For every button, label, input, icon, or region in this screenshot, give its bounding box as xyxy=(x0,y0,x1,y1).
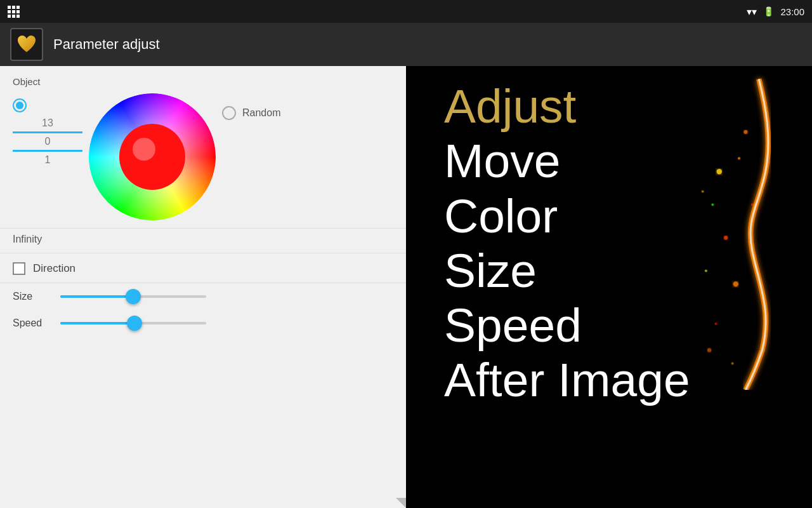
color-wheel-container[interactable] xyxy=(89,93,216,220)
grid-icon xyxy=(8,6,20,18)
size-section: Size xyxy=(0,283,406,310)
svg-point-6 xyxy=(714,323,717,325)
main-content: Object 13 0 1 xyxy=(0,66,812,508)
battery-icon: 🔋 xyxy=(763,6,774,17)
preview-adjust: Adjust xyxy=(444,79,690,133)
svg-point-5 xyxy=(733,281,738,286)
app-bar: Parameter adjust xyxy=(0,23,812,66)
preview-speed: Speed xyxy=(444,298,690,352)
svg-point-7 xyxy=(707,348,711,352)
size-slider[interactable] xyxy=(60,295,206,298)
preview-text: Adjust Move Color Size Speed After Image xyxy=(444,79,690,408)
svg-point-0 xyxy=(743,130,747,134)
app-title: Parameter adjust xyxy=(53,36,160,53)
status-left xyxy=(8,6,20,18)
svg-point-2 xyxy=(711,203,714,206)
direction-label: Direction xyxy=(33,262,75,275)
speed-label: Speed xyxy=(13,318,48,329)
direction-section[interactable]: Direction xyxy=(0,253,406,283)
object-label: Object xyxy=(13,76,393,87)
scroll-indicator xyxy=(396,498,406,508)
svg-point-4 xyxy=(705,269,707,272)
slider-track-2[interactable] xyxy=(13,150,82,152)
speed-section: Speed xyxy=(0,310,406,337)
slider-track-1[interactable] xyxy=(13,131,82,133)
svg-point-3 xyxy=(724,236,728,239)
app-icon xyxy=(10,28,43,61)
preview-move: Move xyxy=(444,133,690,188)
svg-point-9 xyxy=(751,203,754,206)
size-label: Size xyxy=(13,291,48,302)
controls-sliders: 13 0 1 xyxy=(13,117,82,166)
radio-selected[interactable] xyxy=(13,98,27,112)
speed-slider-thumb[interactable] xyxy=(127,316,142,331)
svg-point-11 xyxy=(738,157,740,159)
preview-size: Size xyxy=(444,243,690,298)
fire-trail xyxy=(691,72,787,390)
value-0: 0 xyxy=(13,136,82,147)
svg-point-10 xyxy=(702,190,704,192)
infinity-text: Infinity xyxy=(13,234,42,244)
random-row: Random xyxy=(222,106,280,120)
value-13: 13 xyxy=(13,117,82,129)
radio-unselected[interactable] xyxy=(222,106,236,120)
right-panel: Adjust Move Color Size Speed After Image xyxy=(406,66,812,508)
svg-point-8 xyxy=(731,362,734,364)
wifi-icon: ▾▾ xyxy=(747,6,757,18)
left-panel: Object 13 0 1 xyxy=(0,66,406,508)
svg-point-1 xyxy=(717,169,722,174)
value-1: 1 xyxy=(13,154,82,166)
preview-color: Color xyxy=(444,189,690,243)
object-section-inner: 13 0 1 Random xyxy=(13,93,393,220)
clock: 23:00 xyxy=(780,6,804,17)
direction-checkbox[interactable] xyxy=(13,262,25,275)
object-section: Object 13 0 1 xyxy=(0,66,406,228)
status-bar: ▾▾ 🔋 23:00 xyxy=(0,0,812,23)
random-label: Random xyxy=(242,107,280,119)
size-slider-thumb[interactable] xyxy=(126,289,141,304)
infinity-section: Infinity xyxy=(0,228,406,253)
speed-slider[interactable] xyxy=(60,322,206,324)
heart-icon xyxy=(15,33,38,56)
status-right: ▾▾ 🔋 23:00 xyxy=(747,6,804,18)
left-controls: 13 0 1 xyxy=(13,93,82,220)
preview-after-image: After Image xyxy=(444,352,690,407)
